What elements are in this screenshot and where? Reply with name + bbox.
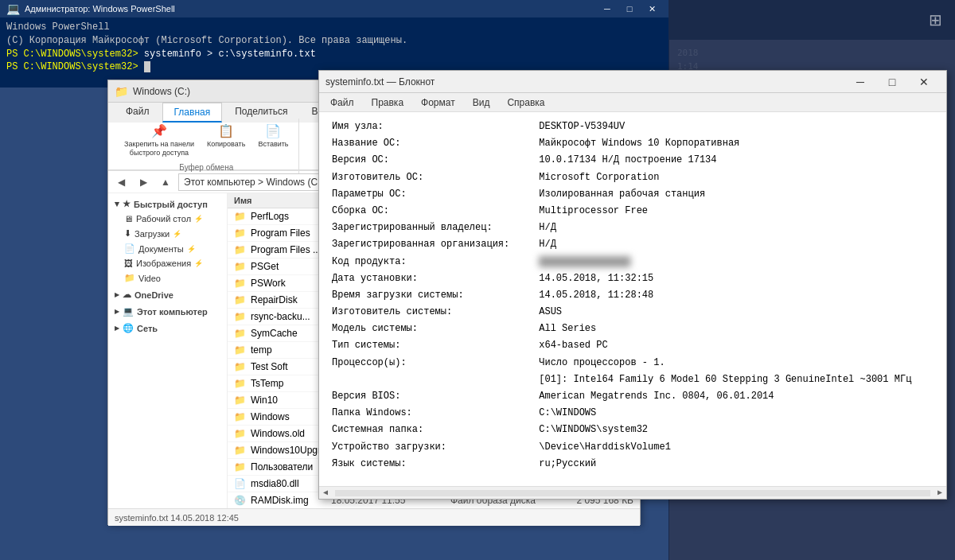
info-label: Системная папка: [329,422,523,438]
sidebar-header-quickaccess[interactable]: ▾ ★ Быстрый доступ [108,196,227,212]
notepad-maximize-btn[interactable]: □ [876,71,908,93]
file-icon: 📁 [234,228,246,239]
video-folder-icon: 📁 [124,273,135,283]
sidebar-header-network[interactable]: ▸ 🌐 Сеть [108,321,227,336]
horizontal-scrollbar[interactable] [335,490,930,496]
info-value: ru;Русский [523,456,937,472]
file-name-cell: 📁Win10 [234,395,331,406]
nav-forward-btn[interactable]: ▶ [134,173,153,192]
file-name-cell: 📁PerfLogs [234,211,331,222]
scroll-left-btn[interactable]: ◀ [319,487,332,500]
info-label: Тип системы: [329,337,523,354]
scroll-right-btn[interactable]: ▶ [934,487,946,500]
paste-label: Вставить [258,140,288,148]
menu-format[interactable]: Формат [413,95,463,110]
notepad-titlebar: systeminfo.txt — Блокнот ─ □ ✕ [319,71,946,93]
desktop-label: Рабочий стол [136,214,191,224]
pin-indicator3: ⚡ [187,245,196,253]
sidebar-item-desktop[interactable]: 🖥 Рабочий стол ⚡ [108,212,227,226]
ps-minimize-btn[interactable]: ─ [597,2,618,16]
info-label: Изготовитель системы: [329,304,523,321]
quickaccess-label: Быстрый доступ [134,200,208,209]
notepad-content-area[interactable]: Имя узла:DESKTOP-V5394UVНазвание ОС:Майк… [319,112,946,499]
documents-label: Документы [138,244,184,254]
file-name-text: PSGet [251,261,279,272]
info-label: Версия ОС: [329,152,523,169]
info-label: Модель системы: [329,321,523,337]
ps-maximize-btn[interactable]: □ [619,2,640,16]
info-value: 14.05.2018, 11:32:15 [523,270,937,287]
file-icon: 📁 [234,395,246,406]
thispc-icon: 💻 [123,306,134,317]
info-value: 10.0.17134 Н/Д построение 17134 [523,152,937,169]
sidebar-item-downloads[interactable]: ⬇ Загрузки ⚡ [108,226,227,241]
network-icon: 🌐 [123,323,134,333]
nav-back-btn[interactable]: ◀ [111,173,131,192]
info-label: Сборка ОС: [329,203,523,220]
sidebar-item-pictures[interactable]: 🖼 Изображения ⚡ [108,256,227,270]
info-value: ASUS [523,304,937,321]
menu-file[interactable]: Файл [322,95,362,110]
sidebar-item-video[interactable]: 📁 Video [108,270,227,286]
quickaccess-icon: ★ [123,199,131,209]
downloads-icon: ⬇ [124,228,131,239]
ps-close-btn[interactable]: ✕ [641,2,662,16]
pictures-icon: 🖼 [124,259,133,268]
explorer-title-area: 📁 Windows (C:) [115,85,190,98]
file-name-text: SymCache [251,328,298,339]
info-label: Код продукта: [329,254,523,270]
paste-btn[interactable]: 📄 Вставить [253,120,293,161]
sidebar-section-quickaccess: ▾ ★ Быстрый доступ 🖥 Рабочий стол ⚡ ⬇ За… [108,196,227,286]
sidebar-item-documents[interactable]: 📄 Документы ⚡ [108,241,227,256]
file-icon: 📁 [234,278,246,289]
info-label: Папка Windows: [329,405,523,422]
ps-prompt1: PS C:\WINDOWS\system32> [6,49,144,60]
sidebar-header-thispc[interactable]: ▸ 💻 Этот компьютер [108,304,227,319]
notepad-minimize-btn[interactable]: ─ [844,71,876,93]
file-name-text: RepairDisk [251,294,298,305]
sidebar-header-onedrive[interactable]: ▸ ☁ OneDrive [108,287,227,302]
file-name-cell: 📁Program Files [234,228,331,239]
file-name-cell: 📁temp [234,344,331,356]
thispc-label: Этот компьютер [137,307,208,317]
explorer-folder-icon: 📁 [115,85,128,98]
info-value: Число процессоров - 1. [523,355,937,371]
downloads-label: Загрузки [134,229,170,239]
file-name-cell: 📁Test Soft [234,361,331,372]
file-icon: 📁 [234,328,246,339]
sidebar-section-network: ▸ 🌐 Сеть [108,321,227,336]
info-label: Устройство загрузки: [329,439,523,456]
info-value: All Series [523,321,937,337]
info-value: \Device\HarddiskVolume1 [523,439,937,456]
file-name-text: TsTemp [251,378,283,389]
ps-line2: (С) Корпорация Майкрософт (Microsoft Cor… [6,34,662,48]
copy-btn[interactable]: 📋 Копировать [202,120,250,161]
menu-help[interactable]: Справка [499,95,552,110]
info-label: Время загрузки системы: [329,287,523,304]
file-name-text: Test Soft [251,361,288,372]
info-value: Н/Д [523,236,937,253]
file-name-cell: 📁PSWork [234,278,331,289]
notepad-close-btn[interactable]: ✕ [908,71,940,93]
file-icon: 📁 [234,244,246,255]
nav-up-btn[interactable]: ▲ [156,173,175,192]
file-name-cell: 📁RepairDisk [234,294,331,305]
info-value: C:\WINDOWS [523,405,937,422]
chevron-right-icon2: ▸ [115,306,119,317]
copy-icon: 📋 [218,123,234,138]
info-value: Н/Д [523,220,937,236]
col-name: Имя [234,196,331,205]
file-icon: 📁 [234,428,246,439]
file-name-text: Win10 [251,395,278,406]
menu-edit[interactable]: Правка [364,95,412,110]
file-icon: 📄 [234,478,246,489]
menu-view[interactable]: Вид [465,95,498,110]
pin-to-quickaccess-btn[interactable]: 📌 Закрепить на панелибыстрого доступа [119,120,199,161]
file-name-text: Program Files ... [251,244,321,255]
file-name-cell: 📁SymCache [234,328,331,339]
info-label: Параметры ОС: [329,186,523,203]
info-label: Дата установки: [329,270,523,287]
file-icon: 📁 [234,378,246,389]
ps-cmd1-text: systeminfo [144,49,201,60]
onedrive-icon: ☁ [123,290,131,300]
